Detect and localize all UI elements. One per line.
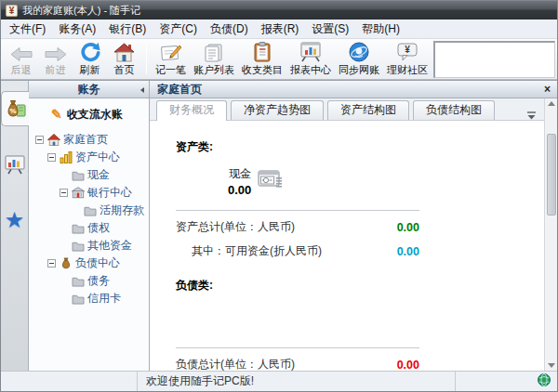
content-panel-title: 家庭首页	[157, 82, 202, 98]
refresh-icon	[80, 41, 100, 62]
back-button[interactable]: 后退	[4, 40, 38, 78]
tree-item-current-deposit[interactable]: 活期存款	[29, 202, 149, 219]
rail-reports-tab[interactable]	[1, 147, 29, 182]
expander-icon[interactable]	[47, 259, 56, 268]
write-note-icon	[160, 41, 182, 62]
statusbar: 欢迎使用随手记PC版!	[1, 371, 557, 391]
toolbar-blank-panel	[433, 41, 555, 78]
account-tree: ✎ 收支流水账 家庭首页 资产中心	[29, 98, 149, 371]
star-icon: ★	[5, 209, 25, 231]
cash-drawer-icon	[258, 170, 283, 193]
menu-assets[interactable]: 资产(C)	[153, 20, 204, 39]
expander-icon[interactable]	[60, 189, 68, 197]
account-list-button[interactable]: 账户列表	[190, 40, 238, 78]
close-icon[interactable]: ×	[544, 83, 551, 96]
titlebar: ¥ 我的家庭账(本人) - 随手记	[1, 1, 557, 20]
tabbar: 财务概况 净资产趋势图 资产结构图 负债结构图	[150, 98, 544, 121]
asset-divider	[176, 210, 419, 211]
add-record-button[interactable]: 记一笔	[152, 40, 190, 78]
menu-settings[interactable]: 设置(S)	[305, 20, 355, 39]
sync-globe-icon	[349, 41, 369, 62]
tree-item-bank-center[interactable]: 银行中心	[29, 184, 149, 202]
tree-item-label: 债务	[87, 273, 110, 289]
asset-section-title: 资产类:	[176, 139, 535, 155]
svg-text:%: %	[9, 107, 16, 115]
tree-item-asset-center[interactable]: 资产中心	[29, 149, 149, 166]
tree-item-credit-card[interactable]: 信用卡	[29, 290, 149, 307]
tree-item-other-funds[interactable]: 其他资金	[29, 237, 149, 255]
expander-icon[interactable]	[47, 153, 56, 162]
menu-reports[interactable]: 报表(R)	[255, 20, 306, 39]
menu-help[interactable]: 帮助(H)	[355, 20, 406, 39]
bank-icon	[71, 187, 85, 200]
tree-item-label: 活期存款	[100, 203, 144, 218]
tree-item-label: 债权	[87, 220, 110, 236]
tree-item-cash[interactable]: 现金	[29, 166, 149, 184]
liability-section-title: 负债类:	[176, 278, 535, 294]
financial-overview: 资产类: 现金 0.00	[150, 121, 544, 371]
app-icon: ¥	[6, 5, 18, 17]
tab-financial-overview[interactable]: 财务概况	[156, 100, 227, 121]
tree-item-liability-center[interactable]: 负债中心	[29, 255, 149, 272]
menu-liabilities[interactable]: 负债(D)	[204, 20, 255, 39]
back-arrow-icon	[9, 41, 33, 62]
tab-list-dropdown-icon[interactable]	[526, 107, 537, 124]
report-board-icon	[299, 41, 322, 62]
folder-icon	[71, 293, 85, 306]
rail-accounting-tab[interactable]: %	[1, 91, 29, 126]
window-title: 我的家庭账(本人) - 随手记	[22, 4, 140, 18]
community-button[interactable]: ¥ 理财社区	[383, 40, 432, 78]
scroll-down-icon[interactable]	[548, 363, 555, 368]
expander-icon[interactable]	[35, 136, 44, 144]
report-center-button[interactable]: 报表中心	[286, 40, 335, 78]
tab-net-asset-trend[interactable]: 净资产趋势图	[231, 100, 324, 120]
asset-total-label: 资产总计(单位：人民币)	[176, 219, 295, 235]
forward-button[interactable]: 前进	[38, 40, 73, 78]
tree-item-debts[interactable]: 债务	[29, 272, 149, 290]
tree-item-label: 信用卡	[87, 291, 121, 307]
vertical-scrollbar[interactable]	[544, 98, 557, 371]
folder-icon	[71, 169, 85, 182]
community-bubble-icon: ¥	[396, 41, 418, 62]
category-button[interactable]: 收支类目	[238, 40, 286, 78]
rail-favorites-tab[interactable]: ★	[1, 203, 29, 238]
content-panel: 家庭首页 × 财务概况 净资产趋势图 资产结构图 负债结构图 资产类	[150, 81, 557, 371]
money-bag-icon	[59, 257, 73, 270]
svg-text:¥: ¥	[405, 45, 410, 55]
home-icon	[46, 134, 60, 147]
scrollbar-thumb[interactable]	[547, 134, 556, 216]
menu-accounting[interactable]: 账务(A)	[52, 20, 102, 39]
liability-total-label: 负债总计(单位：人民币)	[176, 357, 295, 371]
account-list-icon	[204, 41, 224, 62]
scroll-up-icon[interactable]	[548, 101, 555, 106]
cash-value: 0.00	[228, 183, 251, 197]
refresh-button[interactable]: 刷新	[73, 40, 107, 78]
content-panel-header: 家庭首页 ×	[150, 81, 557, 98]
folder-icon	[71, 275, 85, 288]
menu-bank[interactable]: 银行(B)	[102, 20, 153, 39]
cash-account-item[interactable]: 现金 0.00	[228, 166, 283, 197]
forward-arrow-icon	[44, 41, 68, 62]
tree-item-creditor-rights[interactable]: 债权	[29, 219, 149, 237]
sync-button[interactable]: 同步网账	[335, 40, 383, 78]
cashflow-shortcut[interactable]: ✎ 收支流水账	[29, 105, 149, 131]
asset-total-row: 资产总计(单位：人民币) 0.00	[176, 219, 419, 235]
available-funds-label: 其中：可用资金(折人民币)	[192, 243, 322, 259]
side-rail: % ★	[1, 81, 29, 371]
collapse-sidebar-icon[interactable]	[140, 87, 144, 93]
menu-file[interactable]: 文件(F)	[3, 20, 52, 39]
available-funds-value: 0.00	[397, 245, 419, 258]
liability-total-row: 负债总计(单位：人民币) 0.00	[176, 357, 419, 371]
home-button[interactable]: 首页	[107, 40, 141, 78]
tab-asset-structure[interactable]: 资产结构图	[327, 100, 409, 120]
liability-total-value: 0.00	[397, 359, 419, 372]
statusbar-message: 欢迎使用随手记PC版!	[138, 373, 455, 389]
tab-liability-structure[interactable]: 负债结构图	[413, 100, 495, 120]
assets-icon	[59, 151, 73, 164]
pencil-icon: ✎	[51, 109, 62, 121]
folder-icon	[71, 240, 85, 253]
statusbar-left-section	[1, 372, 138, 391]
tree-item-home-page[interactable]: 家庭首页	[29, 131, 149, 149]
toolbar: 后退 前进 刷新	[1, 38, 557, 80]
network-globe-icon	[538, 373, 551, 389]
